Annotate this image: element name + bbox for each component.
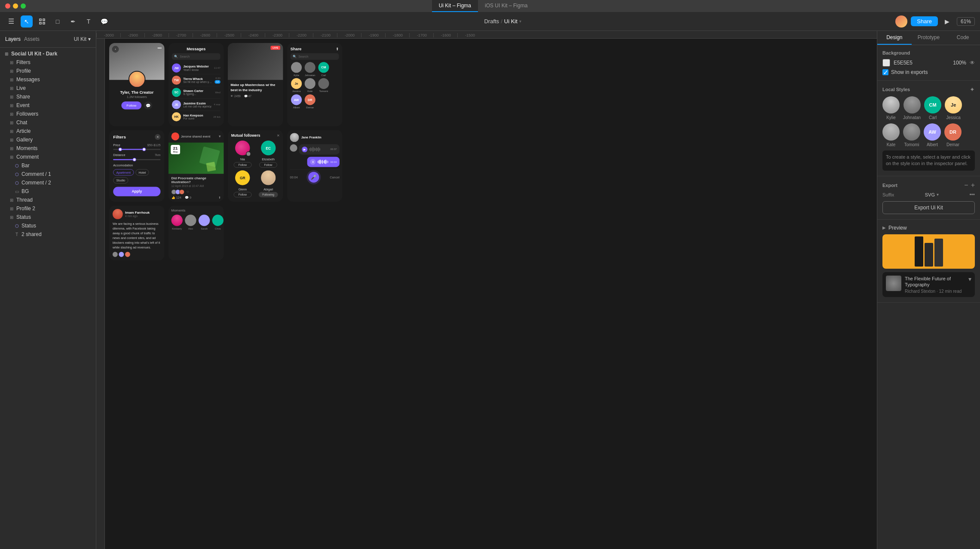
abigail-following-button[interactable]: Following xyxy=(259,192,278,198)
remove-export-button[interactable]: − xyxy=(964,181,968,189)
play-audio-button[interactable]: ▶ xyxy=(302,147,307,152)
moment-item-kimberly[interactable]: Kimberly xyxy=(172,215,183,230)
moment-item-alex[interactable]: Alex xyxy=(185,215,196,230)
share-avatar-item[interactable]: CM Carl xyxy=(318,62,330,77)
mic-button[interactable]: 🎤 xyxy=(308,172,319,183)
fullscreen-traffic-light[interactable] xyxy=(21,3,26,9)
event-like-action[interactable]: 👍 124 xyxy=(172,196,181,199)
price-slider-track[interactable] xyxy=(113,149,160,150)
elizabeth-follow-button[interactable]: Follow xyxy=(259,162,277,168)
follow-button[interactable]: Follow xyxy=(121,101,141,109)
pause-audio-button[interactable]: ⏸ xyxy=(310,159,316,165)
distance-slider-track[interactable] xyxy=(113,159,160,160)
frame-tool-button[interactable] xyxy=(36,15,48,28)
layer-item-chat[interactable]: ⊞ Chat xyxy=(0,118,96,127)
layer-item-messages[interactable]: ⊞ Messages xyxy=(0,75,96,84)
share-avatar-item[interactable]: AW Albert xyxy=(291,94,303,109)
tab-prototype[interactable]: Prototype xyxy=(912,31,946,45)
background-hex-value[interactable]: E5E5E5 xyxy=(894,60,949,66)
tab-ios-ui-kit[interactable]: iOS UI Kit – Figma xyxy=(478,0,534,12)
visibility-toggle-icon[interactable]: 👁 xyxy=(970,60,975,66)
message-item[interactable]: SC Shawn Carter Is typing... Wed xyxy=(172,86,220,98)
messages-search[interactable]: 🔍 Search xyxy=(172,53,220,60)
play-button[interactable]: ▶ xyxy=(941,15,953,28)
article-expand-icon[interactable]: ▾ xyxy=(968,276,971,282)
text-tool-button[interactable]: T xyxy=(83,15,95,28)
more-options-icon[interactable]: ••• xyxy=(969,192,975,198)
layer-item-status-comp[interactable]: ⬡ Status xyxy=(0,221,96,230)
layer-item-moments[interactable]: ⊞ Moments xyxy=(0,144,96,153)
filters-close-button[interactable]: ✕ xyxy=(155,134,160,140)
preview-header[interactable]: ▶ Preview xyxy=(882,225,975,231)
format-dropdown[interactable]: SVG ▾ xyxy=(925,192,939,197)
breadcrumb-current[interactable]: Ui Kit xyxy=(504,18,518,25)
share-search-bar[interactable]: 🔍 Search xyxy=(291,53,339,60)
studio-option-button[interactable]: Studio xyxy=(113,177,128,184)
price-slider-thumb-left[interactable] xyxy=(119,148,122,151)
breadcrumb-root[interactable]: Drafts xyxy=(484,18,499,25)
zoom-level[interactable]: 61% xyxy=(957,17,975,26)
layer-item-event[interactable]: ⊞ Event xyxy=(0,101,96,110)
layer-item-status[interactable]: ⊞ Status xyxy=(0,213,96,221)
share-avatar-item[interactable]: Tomomi xyxy=(318,78,330,93)
show-in-exports-checkbox[interactable]: ✓ xyxy=(882,69,888,75)
hotel-option-button[interactable]: Hotel xyxy=(135,169,149,176)
share-avatar-item[interactable]: Kylie xyxy=(291,62,303,77)
back-button[interactable]: ‹ xyxy=(112,46,119,53)
share-avatar-item[interactable]: DR Demar xyxy=(304,94,316,109)
shape-tool-button[interactable]: □ xyxy=(52,15,64,28)
tab-layers[interactable]: Layers xyxy=(5,34,21,44)
layer-item-followers[interactable]: ⊞ Followers xyxy=(0,110,96,118)
tab-assets[interactable]: Assets xyxy=(24,34,40,44)
message-item[interactable]: TW Tierra Whack So hit me up when you're… xyxy=(172,74,220,86)
pen-tool-button[interactable]: ✒ xyxy=(67,15,79,28)
background-color-swatch[interactable] xyxy=(882,59,890,67)
distance-slider-thumb[interactable] xyxy=(133,158,136,161)
layer-item-2shared[interactable]: T 2 shared xyxy=(0,230,96,239)
layer-item-profile[interactable]: ⊞ Profile xyxy=(0,67,96,75)
layer-item-share[interactable]: ⊞ Share xyxy=(0,92,96,101)
event-share-action[interactable]: ⬆ xyxy=(218,196,221,199)
layer-item-gallery[interactable]: ⊞ Gallery xyxy=(0,135,96,144)
minimize-traffic-light[interactable] xyxy=(13,3,18,9)
canvas-background[interactable]: ‹ ••• Tyler, The Creator xyxy=(105,39,877,549)
layer-item-bar[interactable]: ⬡ Bar xyxy=(0,161,96,170)
comment-tool-button[interactable]: 💬 xyxy=(98,15,110,28)
moment-item-chris[interactable]: Chris xyxy=(212,215,224,230)
apartment-option-button[interactable]: Apartment xyxy=(113,169,134,176)
tab-design[interactable]: Design xyxy=(877,31,912,45)
tab-code[interactable]: Code xyxy=(946,31,980,45)
layer-item-thread[interactable]: ⊞ Thread xyxy=(0,196,96,204)
event-expand-icon[interactable]: ▾ xyxy=(219,134,221,139)
layer-item-comment2[interactable]: ⬡ Comment / 2 xyxy=(0,178,96,187)
message-item[interactable]: HK Han Keepson For sure! 28 feb xyxy=(172,111,220,123)
moment-item-sarah[interactable]: Sarah xyxy=(199,215,210,230)
event-comment-action[interactable]: 💬 9 xyxy=(185,196,191,199)
share-button[interactable]: Share xyxy=(911,16,938,26)
nia-follow-button[interactable]: Follow xyxy=(234,162,252,168)
add-export-button[interactable]: + xyxy=(971,181,975,189)
share-avatar-item[interactable]: Johnatan xyxy=(304,62,316,77)
share-avatar-item[interactable]: Je Jessica xyxy=(291,78,303,93)
layer-item-filters[interactable]: ⊞ Filters xyxy=(0,58,96,67)
share-upload-icon[interactable]: ⬆ xyxy=(336,46,339,51)
layer-item-live[interactable]: ⊞ Live xyxy=(0,84,96,92)
message-item[interactable]: JE Jasmine Essim Let me call my agency 4… xyxy=(172,98,220,110)
tab-ui-kit[interactable]: Ui Kit – Figma xyxy=(432,0,478,12)
layer-item-profile2[interactable]: ⊞ Profile 2 xyxy=(0,204,96,213)
layer-item-comment[interactable]: ⊞ Comment xyxy=(0,153,96,161)
ui-kit-dropdown[interactable]: UI Kit ▾ xyxy=(74,36,91,42)
select-tool-button[interactable]: ↖ xyxy=(21,15,33,28)
message-button[interactable]: 💬 xyxy=(144,101,152,109)
background-opacity[interactable]: 100% xyxy=(953,60,966,66)
apply-button[interactable]: Apply xyxy=(113,187,160,196)
share-avatar-item[interactable]: Kate xyxy=(304,78,316,93)
layer-item-comment1[interactable]: ⬡ Comment / 1 xyxy=(0,170,96,178)
layer-item-social-ui-kit[interactable]: ⊞ Social UI Kit - Dark xyxy=(0,49,96,58)
message-item[interactable]: JW Jacques Webster Yeah I know 11:47 xyxy=(172,62,220,74)
export-button[interactable]: Export Ui Kit xyxy=(882,201,975,214)
user-avatar[interactable] xyxy=(895,15,907,28)
more-options-icon[interactable]: ••• xyxy=(157,46,162,51)
layer-item-article[interactable]: ⊞ Article xyxy=(0,127,96,135)
close-traffic-light[interactable] xyxy=(5,3,10,9)
